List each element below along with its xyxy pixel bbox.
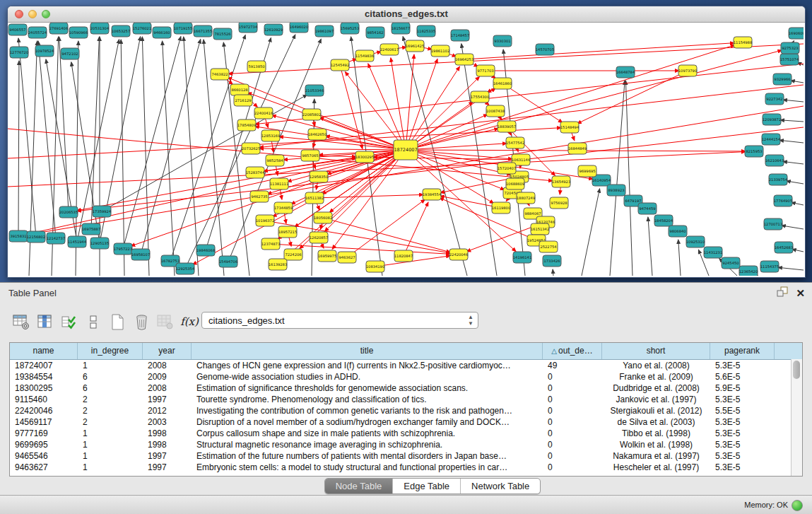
- cell-out_de[interactable]: 49: [543, 360, 602, 371]
- cell-title[interactable]: Disruption of a novel member of a sodium…: [192, 416, 543, 428]
- graph-edge[interactable]: [18, 38, 36, 237]
- cell-name[interactable]: 18724007: [10, 360, 78, 371]
- close-icon[interactable]: ✕: [796, 288, 805, 299]
- cell-pagerank[interactable]: 5.3E-5: [710, 439, 775, 450]
- cell-in_degree[interactable]: 1: [78, 360, 143, 371]
- graph-edge[interactable]: [102, 95, 307, 211]
- cell-in_degree[interactable]: 6: [78, 382, 143, 394]
- cell-out_de[interactable]: 0: [543, 439, 602, 450]
- tab-node-table[interactable]: Node Table: [325, 479, 394, 493]
- column-header-title[interactable]: title: [192, 343, 543, 359]
- graph-edge[interactable]: [91, 37, 99, 229]
- cell-in_degree[interactable]: 1: [78, 462, 143, 473]
- cell-title[interactable]: Tourette syndrome. Phenomenology and cla…: [192, 394, 543, 405]
- cell-in_degree[interactable]: 1: [78, 439, 143, 450]
- cell-year[interactable]: 2009: [143, 371, 192, 382]
- cell-short[interactable]: Hescheler et al. (1997): [602, 462, 710, 473]
- graph-edge[interactable]: [782, 226, 804, 229]
- column-select-icon[interactable]: [34, 311, 57, 332]
- cell-year[interactable]: 1997: [143, 450, 192, 462]
- memory-ok-icon[interactable]: [792, 500, 803, 511]
- cell-in_degree[interactable]: 2: [78, 394, 143, 405]
- graph-edge[interactable]: [792, 202, 804, 205]
- cell-year[interactable]: 1998: [143, 428, 192, 439]
- graph-edge[interactable]: [780, 120, 804, 122]
- cell-title[interactable]: Estimation of significance thresholds fo…: [192, 382, 543, 394]
- cell-in_degree[interactable]: 1: [78, 450, 143, 462]
- column-header-in_degree[interactable]: in_degree: [78, 343, 143, 359]
- table-row[interactable]: 1872400712008Changes of HCN gene express…: [10, 360, 802, 371]
- graph-edge[interactable]: [610, 81, 625, 276]
- graph-edge[interactable]: [648, 217, 652, 276]
- cell-title[interactable]: Structural magnetic resonance image aver…: [192, 439, 543, 450]
- column-header-name[interactable]: name: [10, 343, 78, 359]
- cell-out_de[interactable]: 0: [543, 450, 602, 462]
- column-header-out_de[interactable]: △out_de…: [543, 343, 602, 359]
- new-file-icon[interactable]: [106, 311, 129, 332]
- cell-out_de[interactable]: 0: [543, 371, 602, 382]
- table-row[interactable]: 1830029562008Estimation of significance …: [10, 382, 802, 394]
- cell-name[interactable]: 14569117: [10, 416, 78, 428]
- cell-title[interactable]: Changes of HCN gene expression and I(f) …: [192, 360, 543, 371]
- graph-edge[interactable]: [553, 269, 553, 276]
- table-row[interactable]: 969969511998Structural magnetic resonanc…: [10, 439, 802, 450]
- cell-year[interactable]: 1997: [143, 394, 192, 405]
- cell-title[interactable]: Corpus callosum shape and size in male p…: [192, 428, 543, 439]
- graph-edge[interactable]: [678, 240, 681, 276]
- cell-short[interactable]: Wolkin et al. (1998): [602, 439, 710, 450]
- graph-edge[interactable]: [404, 202, 428, 256]
- cell-out_de[interactable]: 0: [543, 405, 602, 416]
- cell-short[interactable]: Dudbridge et al. (2008): [602, 382, 710, 394]
- graph-edge[interactable]: [323, 218, 450, 252]
- cell-out_de[interactable]: 0: [543, 416, 602, 428]
- graph-edge[interactable]: [783, 100, 804, 102]
- cell-out_de[interactable]: 0: [543, 394, 602, 405]
- cell-short[interactable]: Jankovic et al. (1997): [602, 394, 710, 405]
- function-fx-icon[interactable]: f(x): [178, 311, 201, 332]
- cell-name[interactable]: 19384554: [10, 371, 78, 382]
- cell-pagerank[interactable]: 5.9E-5: [710, 382, 775, 394]
- cell-name[interactable]: 18300295: [10, 382, 78, 394]
- table-row[interactable]: 2242004622012Investigating the contribut…: [10, 405, 802, 416]
- graph-edge[interactable]: [391, 58, 406, 150]
- cell-short[interactable]: Tibbo et al. (1998): [602, 428, 710, 439]
- table-vertical-scrollbar[interactable]: [791, 359, 802, 476]
- window-close-icon[interactable]: [15, 10, 23, 18]
- graph-edge[interactable]: [27, 150, 406, 234]
- cell-out_de[interactable]: 0: [543, 462, 602, 473]
- window-minimize-icon[interactable]: [28, 10, 37, 18]
- table-row[interactable]: 1456911722003Disruption of a novel membe…: [10, 416, 802, 428]
- graph-edge[interactable]: [582, 189, 600, 276]
- graph-edge[interactable]: [440, 198, 536, 240]
- cell-year[interactable]: 2003: [143, 416, 192, 428]
- graph-edge[interactable]: [278, 150, 406, 239]
- graph-edge[interactable]: [259, 148, 406, 150]
- table-row[interactable]: 977716911998Corpus callosum shape and si…: [10, 428, 802, 439]
- graph-edge[interactable]: [27, 106, 804, 235]
- cell-pagerank[interactable]: 5.5E-5: [710, 405, 775, 416]
- cell-title[interactable]: Estimation of the future numbers of pati…: [192, 450, 543, 462]
- cell-in_degree[interactable]: 1: [78, 428, 143, 439]
- cell-pagerank[interactable]: 5.3E-5: [710, 360, 775, 371]
- graph-edge[interactable]: [193, 150, 406, 264]
- graph-edge[interactable]: [791, 81, 804, 83]
- window-zoom-icon[interactable]: [42, 10, 50, 18]
- float-window-icon[interactable]: [777, 286, 789, 300]
- import-check-icon[interactable]: [58, 311, 81, 332]
- cell-name[interactable]: 9777169: [10, 428, 78, 439]
- delete-trash-icon[interactable]: [130, 311, 153, 332]
- window-titlebar[interactable]: citations_edges.txt: [8, 6, 805, 23]
- cell-name[interactable]: 9699695: [10, 439, 78, 450]
- cell-pagerank[interactable]: 5.3E-5: [710, 416, 775, 428]
- graph-edge[interactable]: [577, 71, 688, 124]
- table-settings-icon[interactable]: [10, 311, 33, 332]
- table-source-select[interactable]: citations_edges.txt ▲▼: [201, 312, 478, 329]
- column-header-pagerank[interactable]: pagerank: [710, 343, 775, 359]
- graph-edge[interactable]: [787, 181, 804, 184]
- cell-name[interactable]: 9465546: [10, 450, 78, 462]
- citation-network-graph[interactable]: 9406557240557242769140610590966205313041…: [8, 23, 804, 276]
- cell-pagerank[interactable]: 5.3E-5: [710, 394, 775, 405]
- graph-edge[interactable]: [406, 54, 414, 150]
- cell-year[interactable]: 1997: [143, 462, 192, 473]
- table-row[interactable]: 911546021997Tourette syndrome. Phenomeno…: [10, 394, 802, 405]
